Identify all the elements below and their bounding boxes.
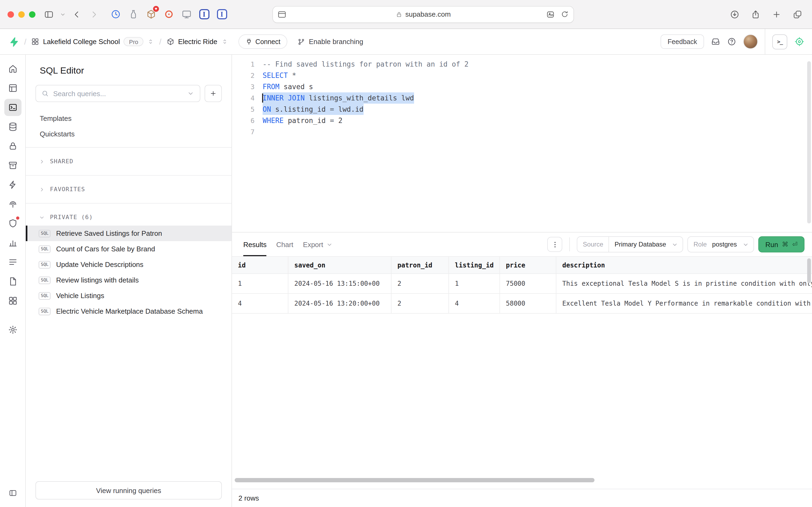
org-switcher-icon[interactable] bbox=[148, 38, 155, 45]
column-header-id[interactable]: id bbox=[232, 256, 288, 274]
lock-icon bbox=[396, 11, 402, 17]
rail-home-icon[interactable] bbox=[4, 60, 21, 77]
role-select[interactable]: Role postgres bbox=[688, 236, 754, 252]
more-options-button[interactable] bbox=[547, 237, 563, 252]
zoom-window-button[interactable] bbox=[29, 11, 36, 17]
code-line[interactable]: 4INNER JOIN listings_with_details lwd bbox=[232, 92, 812, 104]
clock-icon[interactable] bbox=[109, 7, 122, 21]
query-item[interactable]: SQLCount of Cars for Sale by Brand bbox=[26, 241, 231, 257]
table-cell: 2024-05-16 13:20:00+00 bbox=[288, 294, 392, 314]
table-row[interactable]: 12024-05-16 13:15:00+002175000This excep… bbox=[232, 274, 812, 294]
tab-chart[interactable]: Chart bbox=[276, 233, 293, 256]
rail-advisors-icon[interactable] bbox=[4, 215, 21, 232]
run-button[interactable]: Run ⌘ ⏎ bbox=[758, 236, 805, 252]
assistant-icon[interactable] bbox=[794, 37, 805, 47]
search-expand-icon[interactable] bbox=[187, 90, 194, 97]
address-bar[interactable]: supabase.com bbox=[273, 6, 574, 22]
plus-icon bbox=[210, 90, 217, 97]
package-icon[interactable]: ♥ bbox=[144, 7, 158, 21]
column-header-listing_id[interactable]: listing_id bbox=[449, 256, 500, 274]
source-select[interactable]: Source Primary Database bbox=[577, 236, 683, 252]
rail-sql-editor-icon[interactable] bbox=[4, 99, 21, 116]
rail-settings-icon[interactable] bbox=[4, 321, 21, 338]
feedback-button[interactable]: Feedback bbox=[660, 35, 704, 49]
enable-branching-button[interactable]: Enable branching bbox=[297, 38, 363, 46]
section-private[interactable]: PRIVATE (6) bbox=[26, 209, 231, 226]
project-switcher-icon[interactable] bbox=[221, 38, 228, 45]
rail-table-editor-icon[interactable] bbox=[4, 79, 21, 97]
line-number: 3 bbox=[232, 81, 254, 92]
reload-icon[interactable] bbox=[559, 8, 570, 21]
new-tab-icon[interactable] bbox=[769, 7, 784, 21]
table-row[interactable]: 42024-05-16 13:20:00+002458000Excellent … bbox=[232, 294, 812, 314]
rail-edge-functions-icon[interactable] bbox=[4, 176, 21, 193]
query-list: SQLRetrieve Saved Listings for PatronSQL… bbox=[26, 226, 231, 319]
results-scrollbar[interactable] bbox=[807, 258, 811, 283]
sidebar-toggle-icon[interactable] bbox=[42, 7, 56, 21]
avatar[interactable] bbox=[743, 35, 758, 49]
connect-button[interactable]: Connect bbox=[238, 35, 287, 49]
chevron-down-icon[interactable] bbox=[59, 7, 67, 21]
rail-storage-icon[interactable] bbox=[4, 157, 21, 174]
column-header-saved_on[interactable]: saved_on bbox=[288, 256, 392, 274]
scrollbar-thumb[interactable] bbox=[235, 478, 594, 482]
sidebar-link-templates[interactable]: Templates bbox=[26, 111, 231, 126]
section-shared[interactable]: SHARED bbox=[26, 153, 231, 170]
close-window-button[interactable] bbox=[7, 11, 14, 17]
monitor-icon[interactable] bbox=[179, 7, 193, 21]
project-breadcrumb[interactable]: Electric Ride bbox=[166, 38, 228, 46]
rail-api-docs-icon[interactable] bbox=[4, 273, 21, 290]
horizontal-scrollbar[interactable] bbox=[232, 478, 812, 482]
sidebar-link-quickstarts[interactable]: Quickstarts bbox=[26, 126, 231, 142]
code-line[interactable]: 5ON s.listing_id = lwd.id bbox=[232, 104, 812, 115]
code-line[interactable]: 7 bbox=[232, 126, 812, 137]
rail-reports-icon[interactable] bbox=[4, 234, 21, 251]
query-item[interactable]: SQLElectric Vehicle Marketplace Database… bbox=[26, 303, 231, 319]
collapse-sidebar-icon[interactable] bbox=[4, 485, 21, 502]
code-line[interactable]: 3FROM saved s bbox=[232, 81, 812, 92]
rail-integrations-icon[interactable] bbox=[4, 292, 21, 309]
inbox-icon[interactable] bbox=[711, 37, 720, 46]
terminal-button[interactable]: >_ bbox=[772, 34, 787, 49]
minimize-window-button[interactable] bbox=[18, 11, 25, 17]
sql-code-editor[interactable]: 1-- Find saved listings for patron with … bbox=[232, 55, 812, 232]
supabase-logo-icon[interactable] bbox=[9, 36, 19, 47]
letter-i-icon[interactable]: I bbox=[197, 7, 211, 21]
rail-database-icon[interactable] bbox=[4, 118, 21, 135]
view-running-queries-button[interactable]: View running queries bbox=[36, 481, 222, 500]
help-icon[interactable] bbox=[727, 37, 736, 46]
results-panel: Results Chart Export Source bbox=[232, 232, 812, 507]
page-settings-icon[interactable] bbox=[275, 7, 289, 21]
bottle-icon[interactable] bbox=[126, 7, 140, 21]
letter-i-icon[interactable]: I bbox=[215, 7, 229, 21]
section-favorites[interactable]: FAVORITES bbox=[26, 181, 231, 198]
new-query-button[interactable] bbox=[205, 85, 222, 102]
column-header-description[interactable]: description bbox=[557, 256, 812, 274]
share-icon[interactable] bbox=[749, 7, 763, 21]
query-item[interactable]: SQLUpdate Vehicle Descriptions bbox=[26, 257, 231, 272]
table-cell: Excellent Tesla Model Y Performance in r… bbox=[557, 294, 812, 314]
line-number: 1 bbox=[232, 59, 254, 70]
editor-scrollbar[interactable] bbox=[807, 61, 811, 223]
code-line[interactable]: 1-- Find saved listings for patron with … bbox=[232, 59, 812, 70]
search-queries-input[interactable]: Search queries... bbox=[36, 85, 200, 102]
record-icon[interactable] bbox=[162, 7, 176, 21]
downloads-icon[interactable] bbox=[728, 7, 742, 21]
column-header-price[interactable]: price bbox=[500, 256, 557, 274]
query-item[interactable]: SQLVehicle Listings bbox=[26, 288, 231, 303]
query-item[interactable]: SQLRetrieve Saved Listings for Patron bbox=[26, 226, 231, 241]
code-line[interactable]: 2SELECT * bbox=[232, 70, 812, 81]
code-line[interactable]: 6WHERE patron_id = 2 bbox=[232, 115, 812, 126]
rail-auth-icon[interactable] bbox=[4, 137, 21, 155]
translate-icon[interactable] bbox=[544, 8, 557, 21]
tab-overview-icon[interactable] bbox=[791, 7, 805, 21]
rail-logs-icon[interactable] bbox=[4, 253, 21, 271]
rail-realtime-icon[interactable] bbox=[4, 195, 21, 213]
column-header-patron_id[interactable]: patron_id bbox=[392, 256, 449, 274]
tab-results[interactable]: Results bbox=[243, 233, 267, 256]
query-item[interactable]: SQLReview listings with details bbox=[26, 272, 231, 288]
export-menu[interactable]: Export bbox=[303, 240, 333, 248]
forward-icon[interactable] bbox=[87, 7, 101, 21]
back-icon[interactable] bbox=[70, 7, 84, 21]
org-breadcrumb[interactable]: Lakefield College School Pro bbox=[31, 37, 154, 46]
